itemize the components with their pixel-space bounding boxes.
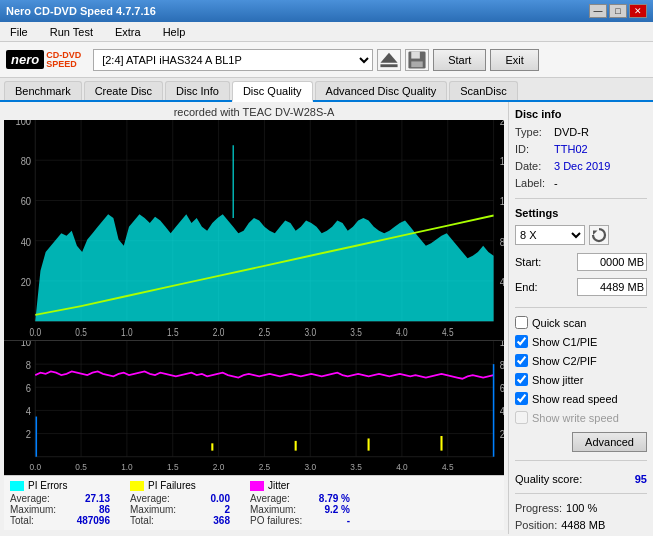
end-field-row: End: xyxy=(515,278,647,296)
progress-label: Progress: xyxy=(515,502,562,514)
settings-title: Settings xyxy=(515,207,647,219)
svg-text:100: 100 xyxy=(15,120,31,127)
save-icon[interactable] xyxy=(405,49,429,71)
pi-max-label: Maximum: xyxy=(10,504,56,515)
jitter-avg-value: 8.79 % xyxy=(319,493,350,504)
top-chart: 100 80 60 40 20 20 16 12 8 4 0.0 0.5 1.0… xyxy=(4,120,504,340)
start-field-input[interactable] xyxy=(577,253,647,271)
show-read-speed-label: Show read speed xyxy=(532,393,618,405)
tab-disc-quality[interactable]: Disc Quality xyxy=(232,81,313,102)
drive-selector[interactable]: [2:4] ATAPI iHAS324 A BL1P xyxy=(93,49,373,71)
svg-text:0.5: 0.5 xyxy=(75,462,87,473)
progress-row: Progress: 100 % xyxy=(515,502,647,514)
legend-area: PI Errors Average: 27.13 Maximum: 86 Tot… xyxy=(4,475,504,530)
svg-text:6: 6 xyxy=(26,382,32,394)
jitter-avg-label: Average: xyxy=(250,493,290,504)
window-controls[interactable]: — □ ✕ xyxy=(589,4,647,18)
svg-text:12: 12 xyxy=(500,196,504,208)
svg-text:1.0: 1.0 xyxy=(121,328,133,339)
maximize-button[interactable]: □ xyxy=(609,4,627,18)
svg-text:1.0: 1.0 xyxy=(121,462,133,473)
disc-info-title: Disc info xyxy=(515,108,647,120)
jitter-max-value: 9.2 % xyxy=(324,504,350,515)
exit-button[interactable]: Exit xyxy=(490,49,538,71)
end-field-input[interactable] xyxy=(577,278,647,296)
tab-disc-info[interactable]: Disc Info xyxy=(165,81,230,100)
pif-max-label: Maximum: xyxy=(130,504,176,515)
right-panel: Disc info Type: DVD-R ID: TTH02 Date: 3 … xyxy=(508,102,653,534)
svg-text:4.5: 4.5 xyxy=(442,462,454,473)
nero-brand: nero xyxy=(6,50,44,69)
show-read-speed-checkbox[interactable] xyxy=(515,392,528,405)
tab-scan-disc[interactable]: ScanDisc xyxy=(449,81,517,100)
tab-create-disc[interactable]: Create Disc xyxy=(84,81,163,100)
position-label: Position: xyxy=(515,519,557,531)
eject-icon[interactable] xyxy=(377,49,401,71)
svg-text:4: 4 xyxy=(500,276,504,288)
svg-text:2.0: 2.0 xyxy=(213,462,225,473)
show-jitter-label: Show jitter xyxy=(532,374,583,386)
id-label: ID: xyxy=(515,143,550,155)
quick-scan-label: Quick scan xyxy=(532,317,586,329)
show-c2-checkbox[interactable] xyxy=(515,354,528,367)
svg-text:0.0: 0.0 xyxy=(29,462,41,473)
menu-run-test[interactable]: Run Test xyxy=(44,24,99,40)
title-bar: Nero CD-DVD Speed 4.7.7.16 — □ ✕ xyxy=(0,0,653,22)
id-value: TTH02 xyxy=(554,143,588,155)
svg-text:10: 10 xyxy=(500,341,504,348)
menu-file[interactable]: File xyxy=(4,24,34,40)
pi-max-value: 86 xyxy=(99,504,110,515)
svg-text:4.0: 4.0 xyxy=(396,328,408,339)
start-field-label: Start: xyxy=(515,256,541,268)
start-button[interactable]: Start xyxy=(433,49,486,71)
svg-marker-87 xyxy=(593,231,598,236)
start-field-row: Start: xyxy=(515,253,647,271)
svg-marker-0 xyxy=(381,52,398,62)
show-c1-row: Show C1/PIE xyxy=(515,335,647,348)
position-row: Position: 4488 MB xyxy=(515,519,647,531)
menu-help[interactable]: Help xyxy=(157,24,192,40)
pif-max-value: 2 xyxy=(224,504,230,515)
pi-total-label: Total: xyxy=(10,515,34,526)
jitter-max-label: Maximum: xyxy=(250,504,296,515)
pif-avg-value: 0.00 xyxy=(211,493,230,504)
toolbar: nero CD-DVDSPEED [2:4] ATAPI iHAS324 A B… xyxy=(0,42,653,78)
show-read-speed-row: Show read speed xyxy=(515,392,647,405)
svg-text:3.5: 3.5 xyxy=(350,328,362,339)
svg-text:3.5: 3.5 xyxy=(350,462,362,473)
end-field-label: End: xyxy=(515,281,538,293)
svg-text:3.0: 3.0 xyxy=(304,462,316,473)
advanced-button[interactable]: Advanced xyxy=(572,432,647,452)
pi-avg-value: 27.13 xyxy=(85,493,110,504)
svg-text:6: 6 xyxy=(500,382,504,394)
svg-text:0.5: 0.5 xyxy=(75,328,87,339)
close-button[interactable]: ✕ xyxy=(629,4,647,18)
svg-text:40: 40 xyxy=(21,236,32,248)
logo: nero CD-DVDSPEED xyxy=(6,50,81,69)
refresh-icon[interactable] xyxy=(589,225,609,245)
pi-total-value: 487096 xyxy=(77,515,110,526)
type-value: DVD-R xyxy=(554,126,589,138)
speed-selector[interactable]: 8 X xyxy=(515,225,585,245)
po-failures-label: PO failures: xyxy=(250,515,302,526)
tab-benchmark[interactable]: Benchmark xyxy=(4,81,82,100)
pif-total-label: Total: xyxy=(130,515,154,526)
svg-text:20: 20 xyxy=(21,276,32,288)
app-title: Nero CD-DVD Speed 4.7.7.16 xyxy=(6,5,156,17)
svg-text:8: 8 xyxy=(500,359,504,371)
tab-advanced-disc-quality[interactable]: Advanced Disc Quality xyxy=(315,81,448,100)
quick-scan-checkbox[interactable] xyxy=(515,316,528,329)
show-c1-checkbox[interactable] xyxy=(515,335,528,348)
show-jitter-checkbox[interactable] xyxy=(515,373,528,386)
menu-bar: File Run Test Extra Help xyxy=(0,22,653,42)
svg-text:10: 10 xyxy=(21,341,32,348)
minimize-button[interactable]: — xyxy=(589,4,607,18)
svg-rect-44 xyxy=(4,341,504,475)
divider-3 xyxy=(515,460,647,461)
chart-subtitle: recorded with TEAC DV-W28S-A xyxy=(4,106,504,118)
tab-bar: Benchmark Create Disc Disc Info Disc Qua… xyxy=(0,78,653,102)
svg-text:60: 60 xyxy=(21,196,32,208)
main-content: recorded with TEAC DV-W28S-A xyxy=(0,102,653,534)
legend-pi-failures: PI Failures Average: 0.00 Maximum: 2 Tot… xyxy=(130,480,230,526)
menu-extra[interactable]: Extra xyxy=(109,24,147,40)
